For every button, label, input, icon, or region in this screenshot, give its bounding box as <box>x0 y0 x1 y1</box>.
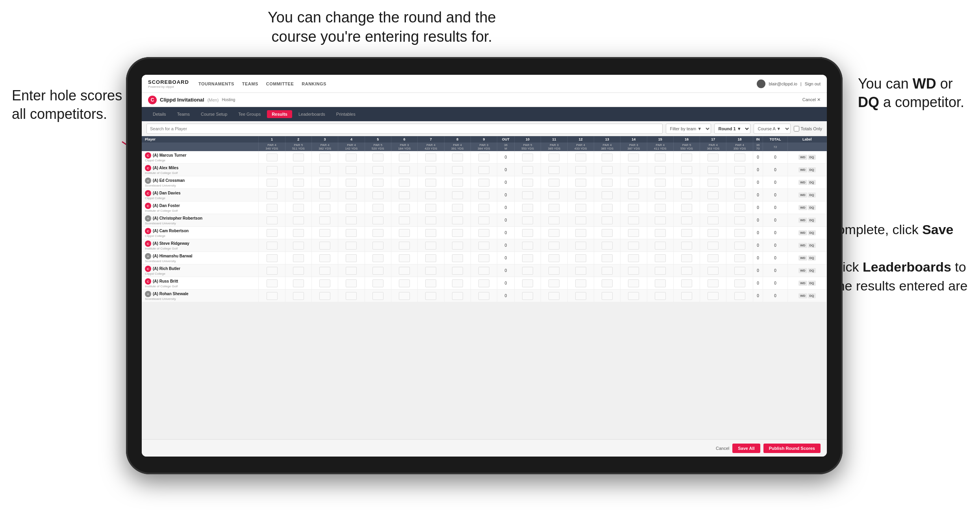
hole-4-input-cell[interactable] <box>338 189 365 202</box>
hole-16-input[interactable] <box>681 279 692 287</box>
hole-1-input-cell[interactable] <box>259 277 285 290</box>
hole-15-input[interactable] <box>655 292 666 300</box>
hole-8-input[interactable] <box>452 229 463 237</box>
hole-18-input[interactable] <box>734 279 745 287</box>
hole-10-input-cell[interactable] <box>514 227 541 239</box>
wd-button[interactable]: WD <box>798 230 807 235</box>
hole-6-input-cell[interactable] <box>391 202 417 214</box>
hole-12-input[interactable] <box>575 179 586 187</box>
tab-printables[interactable]: Printables <box>332 110 360 118</box>
hole-16-input[interactable] <box>681 254 692 262</box>
hole-17-input-cell[interactable] <box>700 227 726 239</box>
cancel-footer-button[interactable]: Cancel <box>716 446 729 451</box>
hole-17-input[interactable] <box>708 229 719 237</box>
nav-rankings[interactable]: RANKINGS <box>302 81 326 86</box>
hole-6-input[interactable] <box>399 153 410 161</box>
hole-1-input[interactable] <box>267 279 278 287</box>
hole-15-input-cell[interactable] <box>647 277 673 290</box>
hole-8-input-cell[interactable] <box>444 202 471 214</box>
hole-1-input-cell[interactable] <box>259 214 285 227</box>
hole-18-input-cell[interactable] <box>726 264 753 277</box>
hole-14-input[interactable] <box>628 191 639 199</box>
hole-4-input[interactable] <box>346 229 357 237</box>
hole-2-input-cell[interactable] <box>285 176 311 189</box>
dq-button[interactable]: DQ <box>808 180 816 185</box>
hole-13-input-cell[interactable] <box>594 214 620 227</box>
hole-2-input[interactable] <box>293 254 304 262</box>
hole-17-input[interactable] <box>708 179 719 187</box>
hole-13-input-cell[interactable] <box>594 151 620 164</box>
hole-13-input[interactable] <box>602 216 613 224</box>
wd-button[interactable]: WD <box>798 180 807 185</box>
hole-15-input[interactable] <box>655 242 666 250</box>
hole-1-input[interactable] <box>267 267 278 275</box>
hole-4-input-cell[interactable] <box>338 252 365 264</box>
hole-11-input[interactable] <box>548 216 559 224</box>
hole-12-input-cell[interactable] <box>567 227 594 239</box>
hole-4-input-cell[interactable] <box>338 239 365 252</box>
hole-9-input[interactable] <box>478 279 489 287</box>
hole-15-input-cell[interactable] <box>647 202 673 214</box>
hole-12-input[interactable] <box>575 267 586 275</box>
hole-1-input[interactable] <box>267 153 278 161</box>
hole-17-input[interactable] <box>708 267 719 275</box>
hole-15-input-cell[interactable] <box>647 176 673 189</box>
hole-18-input[interactable] <box>734 166 745 174</box>
hole-1-input-cell[interactable] <box>259 189 285 202</box>
nav-teams[interactable]: TEAMS <box>242 81 258 86</box>
hole-7-input[interactable] <box>425 166 436 174</box>
hole-10-input[interactable] <box>522 153 533 161</box>
wd-button[interactable]: WD <box>798 167 807 172</box>
hole-18-input[interactable] <box>734 254 745 262</box>
hole-16-input-cell[interactable] <box>673 290 700 302</box>
hole-10-input[interactable] <box>522 179 533 187</box>
hole-13-input-cell[interactable] <box>594 202 620 214</box>
hole-6-input[interactable] <box>399 254 410 262</box>
hole-6-input[interactable] <box>399 191 410 199</box>
hole-5-input-cell[interactable] <box>365 176 391 189</box>
hole-9-input-cell[interactable] <box>471 252 497 264</box>
wd-button[interactable]: WD <box>798 281 807 286</box>
hole-11-input-cell[interactable] <box>541 151 567 164</box>
tab-results[interactable]: Results <box>267 110 292 118</box>
hole-8-input[interactable] <box>452 166 463 174</box>
tab-course-setup[interactable]: Course Setup <box>196 110 232 118</box>
nav-committee[interactable]: COMMITTEE <box>266 81 294 86</box>
hole-2-input[interactable] <box>293 292 304 300</box>
hole-12-input-cell[interactable] <box>567 189 594 202</box>
hole-7-input-cell[interactable] <box>418 189 444 202</box>
hole-3-input[interactable] <box>319 242 330 250</box>
hole-1-input[interactable] <box>267 179 278 187</box>
hole-10-input[interactable] <box>522 216 533 224</box>
hole-1-input-cell[interactable] <box>259 164 285 176</box>
hole-4-input[interactable] <box>346 267 357 275</box>
hole-2-input[interactable] <box>293 229 304 237</box>
hole-18-input-cell[interactable] <box>726 164 753 176</box>
hole-16-input[interactable] <box>681 292 692 300</box>
hole-9-input[interactable] <box>478 292 489 300</box>
hole-11-input[interactable] <box>548 166 559 174</box>
hole-12-input[interactable] <box>575 216 586 224</box>
hole-13-input[interactable] <box>602 292 613 300</box>
hole-16-input-cell[interactable] <box>673 189 700 202</box>
hole-9-input[interactable] <box>478 166 489 174</box>
hole-8-input[interactable] <box>452 242 463 250</box>
hole-11-input[interactable] <box>548 242 559 250</box>
hole-7-input[interactable] <box>425 153 436 161</box>
hole-1-input[interactable] <box>267 254 278 262</box>
wd-button[interactable]: WD <box>798 255 807 261</box>
hole-9-input[interactable] <box>478 153 489 161</box>
hole-16-input-cell[interactable] <box>673 227 700 239</box>
hole-7-input-cell[interactable] <box>418 176 444 189</box>
hole-15-input-cell[interactable] <box>647 164 673 176</box>
hole-15-input[interactable] <box>655 254 666 262</box>
hole-8-input-cell[interactable] <box>444 214 471 227</box>
hole-7-input[interactable] <box>425 179 436 187</box>
hole-17-input[interactable] <box>708 242 719 250</box>
round-select[interactable]: Round 1 ▼ Round 2 Round 3 <box>714 124 750 134</box>
dq-button[interactable]: DQ <box>808 155 816 160</box>
hole-14-input-cell[interactable] <box>621 189 647 202</box>
hole-14-input[interactable] <box>628 229 639 237</box>
hole-14-input-cell[interactable] <box>621 151 647 164</box>
hole-5-input[interactable] <box>372 179 383 187</box>
